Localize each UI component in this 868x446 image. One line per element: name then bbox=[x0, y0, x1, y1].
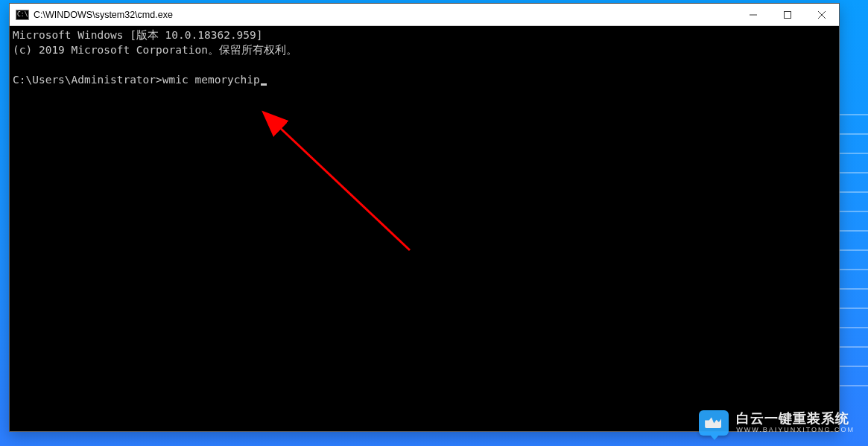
console-line-copyright: (c) 2019 Microsoft Corporation。保留所有权利。 bbox=[13, 44, 297, 56]
console-command: wmic memorychip bbox=[162, 74, 260, 86]
watermark-url: WWW.BAIYUNXITONG.COM bbox=[736, 427, 855, 434]
cursor bbox=[261, 83, 267, 86]
cmd-window: C:\WINDOWS\system32\cmd.exe Microsoft Wi… bbox=[9, 3, 840, 432]
maximize-icon bbox=[784, 11, 791, 19]
console-prompt: C:\Users\Administrator> bbox=[13, 74, 162, 86]
minimize-icon bbox=[750, 11, 757, 19]
close-button[interactable] bbox=[805, 4, 839, 25]
annotation-arrow bbox=[196, 98, 405, 246]
close-icon bbox=[818, 11, 826, 19]
titlebar[interactable]: C:\WINDOWS\system32\cmd.exe bbox=[10, 4, 839, 26]
minimize-button[interactable] bbox=[736, 4, 770, 25]
watermark-title: 白云一键重装系统 bbox=[736, 412, 855, 427]
window-controls bbox=[736, 4, 839, 25]
console-area[interactable]: Microsoft Windows [版本 10.0.18362.959] (c… bbox=[10, 26, 839, 431]
svg-rect-1 bbox=[785, 11, 791, 18]
window-title: C:\WINDOWS\system32\cmd.exe bbox=[34, 10, 173, 20]
watermark: 白云一键重装系统 WWW.BAIYUNXITONG.COM bbox=[699, 410, 855, 436]
maximize-button[interactable] bbox=[770, 4, 805, 25]
watermark-icon bbox=[699, 410, 729, 436]
svg-line-4 bbox=[278, 126, 410, 250]
console-line-version: Microsoft Windows [版本 10.0.18362.959] bbox=[13, 29, 263, 41]
cmd-icon bbox=[16, 10, 29, 20]
